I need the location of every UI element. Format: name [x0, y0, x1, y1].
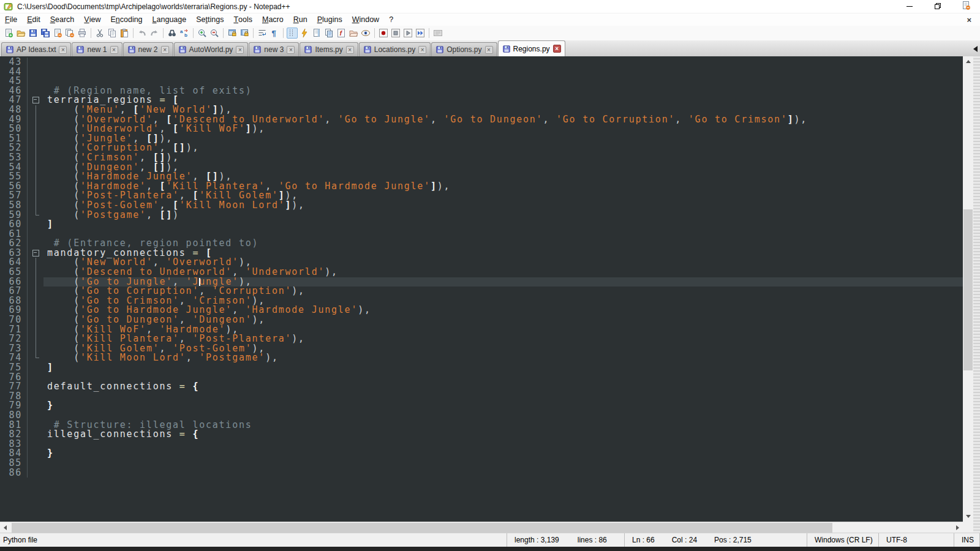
function-list-icon[interactable]: f [336, 28, 347, 39]
menu-view[interactable]: View [79, 13, 105, 26]
fold-collapse-icon[interactable] [27, 249, 43, 258]
define-language-icon[interactable] [299, 28, 310, 39]
paste-icon[interactable] [119, 28, 130, 39]
tab-close-icon[interactable]: × [59, 46, 67, 54]
tab-autoworld-py[interactable]: AutoWorld.py× [174, 42, 249, 56]
fold-margin [27, 296, 43, 306]
monitoring-icon[interactable] [360, 28, 371, 39]
menu-close-icon[interactable]: × [967, 16, 971, 24]
tab-options-py[interactable]: Options.py× [431, 42, 497, 56]
vertical-scrollbar-thumb[interactable] [963, 209, 973, 370]
code-line-75[interactable]: 75] [1, 363, 963, 373]
code-editor[interactable]: 43444546 # (Region name, list of exits)4… [0, 56, 963, 522]
menu-edit[interactable]: Edit [22, 13, 45, 26]
menu-encoding[interactable]: Encoding [105, 13, 147, 26]
code-line-84[interactable]: 84} [1, 449, 963, 459]
close-button[interactable] [952, 0, 980, 13]
save-all-icon[interactable] [40, 28, 51, 39]
tab-locations-py[interactable]: Locations.py× [359, 42, 431, 56]
print-icon[interactable] [77, 28, 88, 39]
menu-language[interactable]: Language [148, 13, 192, 26]
zoom-in-icon[interactable] [197, 28, 208, 39]
code-line-86[interactable]: 86 [1, 468, 963, 478]
tab-new-1[interactable]: new 1× [72, 42, 122, 56]
folder-as-workspace-icon[interactable] [348, 28, 359, 39]
macro-record-icon[interactable] [378, 28, 389, 39]
tab-close-icon[interactable]: × [418, 46, 426, 54]
undo-icon[interactable] [137, 28, 148, 39]
macro-run-multiple-icon[interactable] [415, 28, 426, 39]
menu-tools[interactable]: Tools [228, 13, 257, 26]
show-all-characters-icon[interactable]: ¶ [269, 28, 280, 39]
menu-plugins[interactable]: Plugins [312, 13, 347, 26]
scroll-up-button[interactable] [963, 56, 973, 67]
horizontal-scrollbar-thumb[interactable] [12, 523, 832, 533]
tab-regions-py[interactable]: Regions.py× [498, 40, 565, 56]
menu-help[interactable]: ? [384, 13, 398, 26]
menu-run[interactable]: Run [288, 13, 312, 26]
fold-collapse-icon[interactable] [27, 96, 43, 105]
code-text [43, 468, 963, 478]
code-line-85[interactable]: 85 [1, 459, 963, 468]
sync-vertical-scrolling-icon[interactable] [227, 28, 238, 39]
close-icon[interactable] [52, 28, 63, 39]
menu-search[interactable]: Search [45, 13, 80, 26]
copy-icon[interactable] [107, 28, 118, 39]
code-line-79[interactable]: 79} [1, 401, 963, 411]
tab-close-icon[interactable]: × [553, 45, 561, 53]
zoom-out-icon[interactable] [209, 28, 220, 39]
toolbar-separator [163, 28, 164, 38]
code-line-82[interactable]: 82illegal_connections = { [1, 430, 963, 440]
code-line-44[interactable]: 44 [1, 67, 963, 77]
tab-close-icon[interactable]: × [287, 46, 295, 54]
tab-close-icon[interactable]: × [161, 46, 169, 54]
code-line-74[interactable]: 74 ('Kill Moon Lord', 'Postgame'), [1, 353, 963, 363]
open-file-icon[interactable] [15, 28, 26, 39]
code-line-77[interactable]: 77default_connections = { [1, 382, 963, 392]
tab-new-3[interactable]: new 3× [249, 42, 299, 56]
redo-icon[interactable] [149, 28, 160, 39]
fold-margin [27, 353, 43, 363]
macro-save-icon[interactable] [432, 28, 443, 39]
scroll-right-button[interactable] [952, 522, 963, 533]
save-icon[interactable] [28, 28, 39, 39]
document-map-icon[interactable] [311, 28, 322, 39]
code-line-83[interactable]: 83 [1, 440, 963, 449]
find-icon[interactable] [167, 28, 178, 39]
fold-margin [27, 382, 43, 392]
tab-close-icon[interactable]: × [110, 46, 118, 54]
menu-settings[interactable]: Settings [191, 13, 228, 26]
code-line-78[interactable]: 78 [1, 392, 963, 402]
tab-close-icon[interactable]: × [346, 46, 354, 54]
menu-macro[interactable]: Macro [257, 13, 288, 26]
tab-new-2[interactable]: new 2× [123, 42, 173, 56]
tab-items-py[interactable]: Items.py× [300, 42, 358, 56]
word-wrap-icon[interactable] [257, 28, 268, 39]
code-line-60[interactable]: 60] [1, 220, 963, 230]
tab-close-icon[interactable]: × [236, 46, 244, 54]
status-doc-type: Python file [0, 533, 507, 547]
document-list-icon[interactable] [323, 28, 334, 39]
tab-ap-ideas-txt[interactable]: AP Ideas.txt× [1, 42, 71, 56]
code-line-59[interactable]: 59 ('Postgame', []) [1, 211, 963, 220]
scroll-left-button[interactable] [0, 522, 10, 533]
restore-button[interactable] [924, 0, 952, 13]
close-all-icon[interactable] [64, 28, 75, 39]
tab-scroll-left-icon[interactable] [973, 46, 978, 52]
show-indent-guide-icon[interactable] [287, 28, 298, 39]
vertical-scrollbar[interactable] [963, 56, 973, 522]
minimize-button[interactable] [895, 0, 924, 13]
sync-horizontal-scrolling-icon[interactable] [239, 28, 250, 39]
new-file-icon[interactable] [3, 28, 14, 39]
fold-margin [27, 77, 43, 86]
tab-close-icon[interactable]: × [485, 46, 493, 54]
scroll-down-button[interactable] [963, 511, 973, 522]
menu-file[interactable]: File [0, 13, 22, 26]
macro-play-icon[interactable] [402, 28, 413, 39]
menu-window[interactable]: Window [347, 13, 384, 26]
macro-stop-icon[interactable] [390, 28, 401, 39]
code-line-43[interactable]: 43 [1, 58, 963, 67]
cut-icon[interactable] [94, 28, 105, 39]
horizontal-scrollbar[interactable] [0, 522, 963, 533]
replace-icon[interactable]: ab [179, 28, 190, 39]
